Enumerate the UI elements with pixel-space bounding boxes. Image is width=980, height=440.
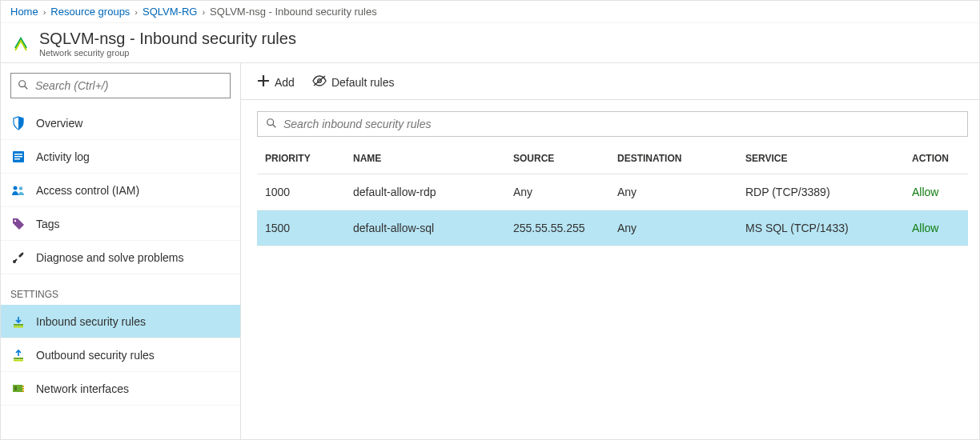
col-destination[interactable]: DESTINATION	[609, 143, 737, 174]
cell-service: MS SQL (TCP/1433)	[737, 210, 904, 246]
people-icon	[10, 185, 26, 196]
table-search[interactable]	[257, 111, 968, 137]
tools-icon	[10, 251, 26, 264]
svg-rect-13	[22, 388, 24, 390]
table-search-input[interactable]	[283, 118, 959, 130]
cell-destination: Any	[609, 210, 737, 246]
sidebar-item-diagnose[interactable]: Diagnose and solve problems	[1, 241, 240, 274]
search-icon	[266, 118, 277, 131]
plus-icon	[257, 74, 270, 90]
sidebar-item-inbound-rules[interactable]: Inbound security rules	[1, 305, 240, 338]
sidebar-search[interactable]	[10, 73, 231, 98]
sidebar-item-tags[interactable]: Tags	[1, 207, 240, 241]
sidebar-item-label: Outbound security rules	[36, 349, 155, 362]
cell-source: 255.55.55.255	[505, 210, 609, 246]
nic-icon	[10, 383, 26, 394]
main-panel: Add Default rules PRIORITY	[241, 63, 979, 440]
breadcrumb-rg[interactable]: SQLVM-RG	[143, 6, 197, 18]
svg-rect-10	[13, 385, 22, 392]
breadcrumb-resource-groups[interactable]: Resource groups	[50, 6, 130, 18]
page-subtitle: Network security group	[39, 48, 296, 58]
cell-action: Allow	[904, 174, 968, 210]
svg-point-6	[14, 186, 18, 190]
sidebar-item-overview[interactable]: Overview	[1, 106, 240, 140]
svg-point-0	[19, 80, 26, 86]
col-service[interactable]: SERVICE	[737, 143, 904, 174]
svg-rect-12	[22, 386, 24, 387]
sidebar-item-label: Network interfaces	[36, 382, 129, 395]
eye-off-icon	[312, 75, 327, 89]
svg-rect-11	[14, 386, 17, 390]
table-row[interactable]: 1500 default-allow-sql 255.55.55.255 Any…	[257, 210, 968, 246]
col-name[interactable]: NAME	[345, 143, 505, 174]
page-header: SQLVM-nsg - Inbound security rules Netwo…	[1, 23, 979, 62]
cell-priority: 1000	[257, 174, 345, 210]
inbound-icon	[10, 315, 26, 328]
sidebar-search-input[interactable]	[35, 79, 223, 92]
cell-source: Any	[505, 174, 609, 210]
cell-service: RDP (TCP/3389)	[737, 174, 904, 210]
svg-rect-14	[22, 390, 24, 392]
svg-point-7	[19, 186, 22, 190]
cell-priority: 1500	[257, 210, 345, 246]
cell-destination: Any	[609, 174, 737, 210]
svg-rect-3	[14, 154, 22, 155]
table-row[interactable]: 1000 default-allow-rdp Any Any RDP (TCP/…	[257, 174, 968, 210]
breadcrumb-current: SQLVM-nsg - Inbound security rules	[210, 6, 377, 18]
cell-name: default-allow-rdp	[345, 174, 505, 210]
svg-rect-5	[14, 158, 20, 160]
chevron-right-icon: ›	[135, 7, 138, 17]
add-button-label: Add	[275, 76, 295, 89]
outbound-icon	[10, 349, 26, 362]
toolbar: Add Default rules	[241, 71, 979, 100]
sidebar-item-label: Activity log	[36, 150, 90, 163]
sidebar-item-label: Inbound security rules	[36, 315, 146, 328]
sidebar-item-label: Access control (IAM)	[36, 184, 139, 197]
sidebar-item-access-control[interactable]: Access control (IAM)	[1, 174, 240, 207]
col-priority[interactable]: PRIORITY	[257, 143, 345, 174]
add-button[interactable]: Add	[257, 74, 295, 90]
svg-point-9	[13, 260, 16, 263]
rules-table: PRIORITY NAME SOURCE DESTINATION SERVICE…	[257, 143, 968, 246]
sidebar-item-network-interfaces[interactable]: Network interfaces	[1, 372, 240, 406]
sidebar-section-settings: SETTINGS	[1, 274, 240, 305]
sidebar: Overview Activity log Access control (IA…	[1, 63, 241, 440]
svg-point-8	[14, 219, 16, 221]
svg-rect-4	[14, 156, 22, 158]
tag-icon	[10, 218, 26, 230]
default-rules-label: Default rules	[331, 76, 395, 89]
chevron-right-icon: ›	[202, 7, 205, 17]
cell-name: default-allow-sql	[345, 210, 505, 246]
sidebar-item-outbound-rules[interactable]: Outbound security rules	[1, 338, 240, 372]
chevron-right-icon: ›	[43, 7, 46, 17]
cell-action: Allow	[904, 210, 968, 246]
svg-line-18	[273, 124, 276, 127]
shield-icon	[10, 116, 26, 130]
col-action[interactable]: ACTION	[904, 143, 968, 174]
sidebar-item-activity-log[interactable]: Activity log	[1, 140, 240, 174]
sidebar-item-label: Overview	[36, 117, 82, 130]
log-icon	[10, 150, 26, 163]
col-source[interactable]: SOURCE	[505, 143, 609, 174]
nsg-icon	[12, 36, 30, 52]
breadcrumb: Home › Resource groups › SQLVM-RG › SQLV…	[1, 1, 979, 23]
sidebar-item-label: Tags	[36, 218, 60, 230]
svg-point-17	[267, 118, 274, 125]
breadcrumb-home[interactable]: Home	[10, 6, 38, 18]
svg-line-1	[25, 86, 28, 89]
page-title: SQLVM-nsg - Inbound security rules	[39, 30, 296, 48]
search-icon	[18, 79, 29, 93]
sidebar-item-label: Diagnose and solve problems	[36, 251, 183, 264]
default-rules-button[interactable]: Default rules	[312, 75, 395, 89]
